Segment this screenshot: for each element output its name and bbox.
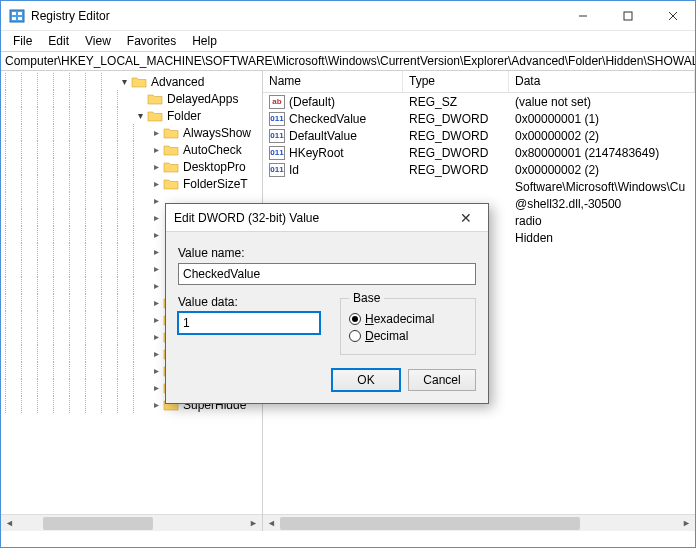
cell-name: 011CheckedValue [263, 112, 403, 126]
column-type[interactable]: Type [403, 71, 509, 92]
radio-icon [349, 313, 361, 325]
dialog-titlebar[interactable]: Edit DWORD (32-bit) Value ✕ [166, 204, 488, 232]
tree-item[interactable]: ▾Folder [1, 107, 262, 124]
tree-item[interactable]: ▸AlwaysShow [1, 124, 262, 141]
list-row[interactable]: 011IdREG_DWORD0x00000002 (2) [263, 161, 695, 178]
chevron-right-icon[interactable]: ▸ [149, 127, 163, 138]
dword-value-icon: 011 [269, 129, 285, 143]
folder-icon [163, 126, 179, 140]
menu-file[interactable]: File [5, 32, 40, 50]
scroll-left-icon[interactable]: ◄ [1, 515, 18, 532]
chevron-right-icon[interactable]: ▸ [149, 212, 163, 223]
chevron-right-icon[interactable]: ▸ [149, 365, 163, 376]
chevron-right-icon[interactable]: ▸ [149, 246, 163, 257]
chevron-right-icon[interactable]: ▸ [149, 314, 163, 325]
chevron-right-icon[interactable]: ▸ [149, 263, 163, 274]
value-name-input[interactable] [178, 263, 476, 285]
column-data[interactable]: Data [509, 71, 695, 92]
address-bar[interactable]: Computer\HKEY_LOCAL_MACHINE\SOFTWARE\Mic… [1, 51, 695, 71]
chevron-right-icon[interactable]: ▸ [149, 161, 163, 172]
svg-rect-3 [12, 17, 16, 20]
chevron-down-icon[interactable]: ▾ [117, 76, 131, 87]
chevron-right-icon[interactable]: ▸ [149, 280, 163, 291]
list-horizontal-scrollbar[interactable]: ◄ ► [263, 514, 695, 531]
tree-label: AutoCheck [181, 143, 244, 157]
scroll-thumb[interactable] [43, 517, 153, 530]
radio-decimal[interactable]: Decimal [349, 329, 467, 343]
value-data-input[interactable] [178, 312, 320, 334]
chevron-down-icon[interactable]: ▾ [133, 110, 147, 121]
string-value-icon: ab [269, 95, 285, 109]
cell-name: 011Id [263, 163, 403, 177]
cancel-button[interactable]: Cancel [408, 369, 476, 391]
edit-dword-dialog: Edit DWORD (32-bit) Value ✕ Value name: … [165, 203, 489, 404]
list-row[interactable]: ab(Default)REG_SZ(value not set) [263, 93, 695, 110]
tree-item[interactable]: ▸FolderSizeT [1, 175, 262, 192]
folder-icon [131, 75, 147, 89]
radio-hexadecimal[interactable]: Hexadecimal [349, 312, 467, 326]
chevron-right-icon[interactable]: ▸ [149, 229, 163, 240]
svg-rect-0 [10, 10, 24, 22]
value-name-label: Value name: [178, 246, 476, 260]
dword-value-icon: 011 [269, 163, 285, 177]
list-row[interactable]: 011DefaultValueREG_DWORD0x00000002 (2) [263, 127, 695, 144]
cell-data: 0x00000002 (2) [509, 129, 695, 143]
svg-rect-4 [18, 17, 22, 20]
tree-item[interactable]: ▸DesktopPro [1, 158, 262, 175]
dword-value-icon: 011 [269, 146, 285, 160]
dword-value-icon: 011 [269, 112, 285, 126]
list-header: Name Type Data [263, 71, 695, 93]
ok-button[interactable]: OK [332, 369, 400, 391]
menu-favorites[interactable]: Favorites [119, 32, 184, 50]
folder-icon [163, 160, 179, 174]
radio-dec-label: Decimal [365, 329, 408, 343]
folder-icon [163, 177, 179, 191]
list-row[interactable]: Software\Microsoft\Windows\Cu [263, 178, 695, 195]
base-group: Base Hexadecimal Decimal [340, 291, 476, 355]
chevron-right-icon[interactable]: ▸ [149, 399, 163, 410]
chevron-right-icon[interactable]: ▸ [149, 144, 163, 155]
tree-item[interactable]: ▸AutoCheck [1, 141, 262, 158]
tree-horizontal-scrollbar[interactable]: ◄ ► [1, 514, 262, 531]
tree-label: Folder [165, 109, 203, 123]
chevron-right-icon[interactable]: ▸ [149, 331, 163, 342]
tree-item[interactable]: DelayedApps [1, 90, 262, 107]
svg-rect-6 [624, 12, 632, 20]
app-icon [9, 8, 25, 24]
list-row[interactable]: 011CheckedValueREG_DWORD0x00000001 (1) [263, 110, 695, 127]
cell-type: REG_DWORD [403, 146, 509, 160]
cell-data: 0x00000001 (1) [509, 112, 695, 126]
dialog-close-icon[interactable]: ✕ [452, 210, 480, 226]
cell-type: REG_SZ [403, 95, 509, 109]
cell-name: ab(Default) [263, 95, 403, 109]
scroll-right-icon[interactable]: ► [245, 515, 262, 532]
radio-hex-label: Hexadecimal [365, 312, 434, 326]
column-name[interactable]: Name [263, 71, 403, 92]
scroll-thumb[interactable] [280, 517, 580, 530]
dialog-title: Edit DWORD (32-bit) Value [174, 211, 452, 225]
chevron-right-icon[interactable]: ▸ [149, 195, 163, 206]
close-button[interactable] [650, 1, 695, 31]
tree-label: DesktopPro [181, 160, 248, 174]
maximize-button[interactable] [605, 1, 650, 31]
scroll-left-icon[interactable]: ◄ [263, 515, 280, 532]
chevron-right-icon[interactable]: ▸ [149, 297, 163, 308]
window-title: Registry Editor [31, 9, 560, 23]
value-data-label: Value data: [178, 295, 320, 309]
menu-bar: File Edit View Favorites Help [1, 31, 695, 51]
scroll-right-icon[interactable]: ► [678, 515, 695, 532]
cell-name: 011DefaultValue [263, 129, 403, 143]
folder-icon [147, 109, 163, 123]
menu-help[interactable]: Help [184, 32, 225, 50]
minimize-button[interactable] [560, 1, 605, 31]
list-row[interactable]: 011HKeyRootREG_DWORD0x80000001 (21474836… [263, 144, 695, 161]
chevron-right-icon[interactable]: ▸ [149, 382, 163, 393]
chevron-right-icon[interactable]: ▸ [149, 348, 163, 359]
base-legend: Base [349, 291, 384, 305]
menu-edit[interactable]: Edit [40, 32, 77, 50]
tree-item[interactable]: ▾Advanced [1, 73, 262, 90]
menu-view[interactable]: View [77, 32, 119, 50]
chevron-right-icon[interactable]: ▸ [149, 178, 163, 189]
tree-label: AlwaysShow [181, 126, 253, 140]
cell-data: radio [509, 214, 695, 228]
